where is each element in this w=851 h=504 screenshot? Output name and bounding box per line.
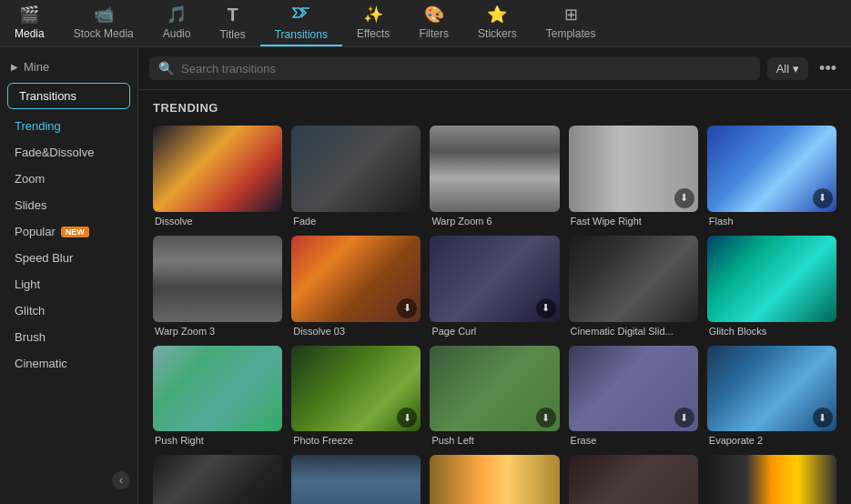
sidebar-item-light[interactable]: Light	[0, 271, 137, 297]
sidebar-transitions-section[interactable]: Transitions	[7, 83, 130, 109]
nav-titles[interactable]: T Titles	[205, 0, 259, 46]
sidebar-item-trending[interactable]: Trending	[0, 113, 137, 139]
transition-card-fast-wipe-right[interactable]: ⬇Fast Wipe Right	[569, 126, 698, 227]
sidebar-item-popular[interactable]: Popular NEW	[0, 218, 137, 245]
transition-card-push-left[interactable]: ⬇Push Left	[430, 346, 559, 447]
nav-stickers[interactable]: ⭐ Stickers	[463, 0, 532, 46]
transition-name-warp-zoom-3: Warp Zoom 3	[153, 322, 282, 337]
download-icon[interactable]: ⬇	[397, 408, 417, 428]
search-input[interactable]	[181, 62, 751, 76]
transition-thumb-dissolve	[153, 126, 282, 212]
transition-thumb-box-turn-1: ⬇	[430, 455, 559, 504]
titles-icon: T	[227, 5, 238, 25]
transition-card-fade[interactable]: Fade	[291, 126, 420, 227]
transition-card-evaporate-2[interactable]: ⬇Evaporate 2	[707, 346, 836, 447]
sidebar-item-popular-label: Popular	[15, 225, 56, 238]
transition-thumb-push-left: ⬇	[430, 346, 559, 432]
search-icon: 🔍	[158, 61, 174, 76]
transition-name-warp-zoom-6: Warp Zoom 6	[430, 212, 559, 227]
download-icon[interactable]: ⬇	[674, 408, 694, 428]
transition-name-page-curl: Page Curl	[430, 322, 559, 337]
sidebar-item-brush-label: Brush	[15, 330, 46, 344]
transition-thumb-dissolve-03: ⬇	[291, 236, 420, 322]
sidebar-item-glitch-label: Glitch	[15, 304, 45, 318]
main-layout: ▶ Mine Transitions Trending Fade&Dissolv…	[0, 47, 851, 504]
transition-thumb-blur-dissolve-1: ⬇	[153, 455, 282, 504]
sidebar-collapse-button[interactable]: ‹	[112, 471, 130, 489]
nav-filters[interactable]: 🎨 Filters	[404, 0, 463, 46]
sidebar-item-zoom[interactable]: Zoom	[0, 166, 137, 192]
sidebar-collapse-area: ‹	[0, 464, 137, 497]
download-icon[interactable]: ⬇	[397, 298, 417, 318]
chevron-down-icon: ▾	[793, 62, 799, 76]
transition-thumb-flash: ⬇	[707, 126, 836, 212]
transitions-grid: DissolveFadeWarp Zoom 6⬇Fast Wipe Right⬇…	[153, 126, 836, 504]
sidebar-item-light-label: Light	[15, 277, 40, 291]
transition-name-flash: Flash	[707, 212, 836, 227]
sidebar-item-fade-dissolve[interactable]: Fade&Dissolve	[0, 139, 137, 166]
transition-thumb-warp-zoom-6	[430, 126, 559, 212]
transition-card-fade-single-track[interactable]: ⬇Fade Single Track	[569, 455, 698, 504]
transition-thumb-photo-freeze: ⬇	[291, 346, 420, 432]
nav-stock-media-label: Stock Media	[74, 27, 134, 40]
sidebar-item-glitch[interactable]: Glitch	[0, 297, 137, 324]
transition-card-warp-zoom-6[interactable]: Warp Zoom 6	[430, 126, 559, 227]
nav-filters-label: Filters	[419, 27, 449, 40]
transition-name-photo-freeze: Photo Freeze	[291, 431, 420, 446]
transition-card-linear-14[interactable]: Linear 14	[707, 455, 836, 504]
transition-card-warp-zoom-3[interactable]: Warp Zoom 3	[153, 236, 282, 337]
transition-card-push-right[interactable]: Push Right	[153, 346, 282, 447]
nav-titles-label: Titles	[219, 28, 245, 41]
transition-thumb-evaporate-2: ⬇	[707, 346, 836, 432]
sidebar-transitions-label: Transitions	[19, 89, 76, 103]
sidebar-mine-label: Mine	[24, 60, 49, 74]
sidebar-item-cinematic-label: Cinematic	[15, 357, 67, 370]
transition-card-dissolve[interactable]: Dissolve	[153, 126, 282, 227]
search-bar: 🔍 All ▾ •••	[138, 47, 851, 90]
transition-card-fast-zoom[interactable]: ⬇Fast Zoom	[291, 455, 420, 504]
transition-name-fast-wipe-right: Fast Wipe Right	[569, 212, 698, 227]
nav-templates[interactable]: ⊞ Templates	[532, 0, 611, 46]
download-icon[interactable]: ⬇	[536, 298, 556, 318]
transition-thumb-erase: ⬇	[569, 346, 698, 432]
nav-effects[interactable]: ✨ Effects	[342, 0, 404, 46]
filter-label: All	[776, 62, 789, 76]
more-options-button[interactable]: •••	[816, 59, 840, 78]
popular-new-badge: NEW	[61, 227, 89, 237]
transition-card-box-turn-1[interactable]: ⬇Box Turn 1	[430, 455, 559, 504]
transition-card-blur-dissolve-1[interactable]: ⬇Blur Dissolve 1	[153, 455, 282, 504]
media-icon: 🎬	[19, 5, 39, 25]
transition-thumb-glitch-blocks	[707, 236, 836, 322]
transition-card-flash[interactable]: ⬇Flash	[707, 126, 836, 227]
sidebar-item-speed-blur[interactable]: Speed Blur	[0, 245, 137, 271]
transition-name-push-right: Push Right	[153, 431, 282, 446]
transition-card-erase[interactable]: ⬇Erase	[569, 346, 698, 447]
transition-card-cinematic-digital[interactable]: Cinematic Digital Slid...	[569, 236, 698, 337]
download-icon[interactable]: ⬇	[674, 188, 694, 208]
transition-thumb-fade-single-track: ⬇	[569, 455, 698, 504]
nav-stock-media[interactable]: 📹 Stock Media	[59, 0, 148, 46]
sidebar-item-brush[interactable]: Brush	[0, 324, 137, 350]
sidebar-item-zoom-label: Zoom	[15, 172, 45, 186]
download-icon[interactable]: ⬇	[536, 408, 556, 428]
section-title: TRENDING	[153, 101, 836, 115]
transition-name-dissolve-03: Dissolve 03	[291, 322, 420, 337]
stickers-icon: ⭐	[487, 5, 507, 25]
nav-transitions[interactable]: Transitions	[260, 0, 342, 46]
transition-card-dissolve-03[interactable]: ⬇Dissolve 03	[291, 236, 420, 337]
transition-card-photo-freeze[interactable]: ⬇Photo Freeze	[291, 346, 420, 447]
sidebar-item-cinematic[interactable]: Cinematic	[0, 350, 137, 377]
sidebar-item-slides[interactable]: Slides	[0, 192, 137, 218]
transition-card-page-curl[interactable]: ⬇Page Curl	[430, 236, 559, 337]
nav-media[interactable]: 🎬 Media	[0, 0, 59, 46]
download-icon[interactable]: ⬇	[813, 188, 833, 208]
sidebar-item-trending-label: Trending	[15, 119, 61, 133]
nav-stickers-label: Stickers	[478, 27, 517, 40]
download-icon[interactable]: ⬇	[813, 408, 833, 428]
nav-transitions-label: Transitions	[275, 28, 328, 41]
nav-audio[interactable]: 🎵 Audio	[148, 0, 206, 46]
transition-card-glitch-blocks[interactable]: Glitch Blocks	[707, 236, 836, 337]
sidebar-mine[interactable]: ▶ Mine	[0, 55, 137, 79]
nav-audio-label: Audio	[163, 27, 191, 40]
filter-dropdown[interactable]: All ▾	[767, 57, 808, 80]
